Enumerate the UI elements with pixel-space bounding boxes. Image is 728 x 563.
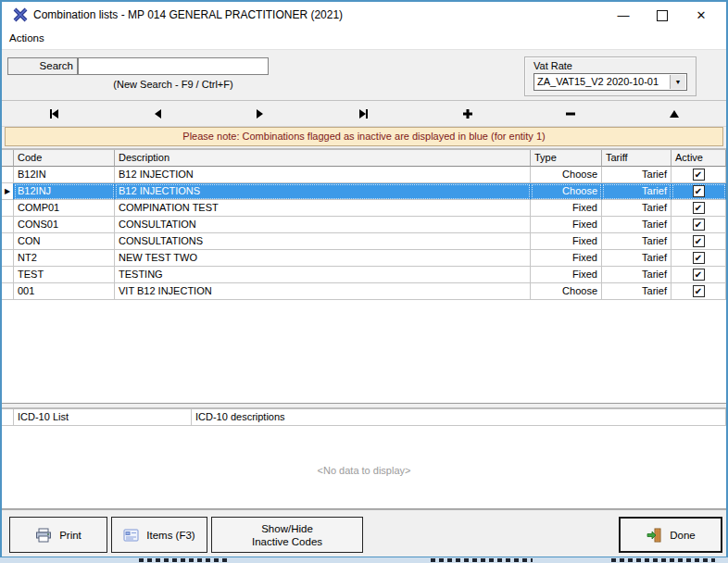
items-list-icon: [123, 529, 139, 542]
cell-active: ✔: [672, 167, 726, 183]
header-description[interactable]: Description: [115, 150, 531, 167]
cell-type: Choose: [531, 283, 602, 300]
active-checkbox[interactable]: ✔: [693, 252, 705, 264]
cell-tariff: Tarief: [602, 183, 672, 200]
active-checkbox[interactable]: ✔: [693, 202, 705, 214]
background-window-sliver: [0, 557, 728, 563]
background-text-fragment: [611, 558, 715, 562]
active-checkbox[interactable]: ✔: [693, 219, 705, 231]
active-checkbox[interactable]: ✔: [693, 235, 705, 247]
button-panel: Print Items (F3) Show/Hide Inactive Code…: [2, 509, 726, 557]
cell-code: B12IN: [14, 167, 115, 183]
table-row[interactable]: ▶B12INJB12 INJECTIONSChooseTarief✔: [2, 183, 726, 200]
exit-door-icon: [646, 528, 662, 543]
prior-icon: [151, 107, 164, 120]
icd-header: ICD-10 List ICD-10 descriptions: [2, 409, 726, 426]
maximize-icon: [657, 10, 668, 21]
header-code[interactable]: Code: [14, 150, 115, 167]
items-button[interactable]: Items (F3): [111, 517, 207, 553]
cell-description: VIT B12 INJECTION: [115, 283, 531, 300]
cell-type: Fixed: [531, 250, 602, 267]
grid-header: Code Description Type Tariff Active: [2, 150, 726, 167]
table-row[interactable]: TESTTESTINGFixedTarief✔: [2, 267, 726, 283]
active-checkbox[interactable]: ✔: [693, 269, 705, 281]
cell-type: Choose: [531, 167, 602, 183]
cell-code: 001: [14, 283, 115, 300]
cell-type: Fixed: [531, 233, 602, 250]
active-checkbox[interactable]: ✔: [693, 185, 705, 197]
next-icon: [254, 107, 267, 120]
insert-icon: [461, 107, 474, 120]
nav-first-button[interactable]: [2, 101, 106, 126]
minimize-button[interactable]: —: [604, 8, 643, 22]
search-hint: (New Search - F9 / Ctrl+F): [67, 79, 280, 90]
vat-rate-label: Vat Rate: [533, 60, 572, 71]
nav-prior-button[interactable]: [106, 101, 209, 126]
row-indicator: [2, 200, 14, 217]
table-row[interactable]: CONCONSULTATIONSFixedTarief✔: [2, 233, 726, 250]
record-navigator: [2, 100, 726, 127]
edit-icon: [668, 107, 681, 120]
active-checkbox[interactable]: ✔: [693, 285, 705, 297]
cell-description: COMPINATION TEST: [115, 200, 531, 217]
combinations-grid: Code Description Type Tariff Active B12I…: [2, 148, 726, 404]
cell-description: CONSULTATION: [115, 217, 531, 233]
icd-header-indicator: [2, 409, 14, 426]
cell-tariff: Tarief: [602, 200, 672, 217]
row-indicator: [2, 233, 14, 250]
icd-header-list[interactable]: ICD-10 List: [14, 409, 192, 426]
table-row[interactable]: 001VIT B12 INJECTIONChooseTarief✔: [2, 283, 726, 300]
row-indicator: [2, 167, 14, 183]
cell-code: TEST: [14, 267, 115, 283]
cell-type: Fixed: [531, 200, 602, 217]
cell-tariff: Tarief: [602, 267, 672, 283]
cell-code: CON: [14, 233, 115, 250]
toolbar: Search (New Search - F9 / Ctrl+F) Vat Ra…: [2, 50, 726, 100]
done-button[interactable]: Done: [619, 517, 722, 553]
search-label: Search: [7, 57, 78, 75]
background-text-fragment: [139, 558, 228, 562]
vat-rate-select[interactable]: ZA_VAT15_V2 2020-10-01 ▼: [533, 73, 687, 91]
cell-tariff: Tarief: [602, 167, 672, 183]
menu-bar: Actions: [2, 28, 726, 50]
close-button[interactable]: ✕: [682, 8, 721, 22]
nav-next-button[interactable]: [208, 101, 312, 126]
icd-header-descriptions[interactable]: ICD-10 descriptions: [192, 409, 726, 426]
cell-code: COMP01: [14, 200, 115, 217]
nav-last-button[interactable]: [312, 101, 416, 126]
inactive-notice: Please note: Combinations flagged as ina…: [5, 127, 723, 146]
cell-tariff: Tarief: [602, 233, 672, 250]
nav-insert-button[interactable]: [416, 101, 520, 126]
nav-delete-button[interactable]: [520, 101, 623, 126]
cell-description: B12 INJECTION: [115, 167, 531, 183]
active-checkbox[interactable]: ✔: [693, 169, 705, 181]
cell-type: Choose: [531, 183, 602, 200]
table-row[interactable]: COMP01COMPINATION TESTFixedTarief✔: [2, 200, 726, 217]
cell-type: Fixed: [531, 267, 602, 283]
cell-tariff: Tarief: [602, 283, 672, 300]
table-row[interactable]: CONS01CONSULTATIONFixedTarief✔: [2, 217, 726, 233]
cell-tariff: Tarief: [602, 217, 672, 233]
maximize-button[interactable]: [643, 8, 682, 22]
cell-code: NT2: [14, 250, 115, 267]
table-row[interactable]: NT2NEW TEST TWOFixedTarief✔: [2, 250, 726, 267]
cell-active: ✔: [672, 217, 726, 233]
cell-tariff: Tarief: [602, 250, 672, 267]
header-active[interactable]: Active: [672, 150, 726, 167]
printer-icon: [35, 528, 52, 543]
print-label: Print: [59, 530, 82, 541]
print-button[interactable]: Print: [9, 517, 107, 553]
header-type[interactable]: Type: [531, 150, 602, 167]
chevron-down-icon[interactable]: ▼: [670, 75, 685, 89]
menu-actions[interactable]: Actions: [2, 28, 52, 48]
cell-description: NEW TEST TWO: [115, 250, 531, 267]
row-indicator: [2, 267, 14, 283]
first-icon: [47, 107, 60, 120]
cell-active: ✔: [672, 250, 726, 267]
grid-body: B12INB12 INJECTIONChooseTarief✔▶B12INJB1…: [2, 167, 726, 300]
showhide-inactive-button[interactable]: Show/Hide Inactive Codes: [211, 517, 363, 553]
search-input[interactable]: [78, 57, 269, 75]
header-tariff[interactable]: Tariff: [602, 150, 672, 167]
table-row[interactable]: B12INB12 INJECTIONChooseTarief✔: [2, 167, 726, 183]
nav-edit-button[interactable]: [622, 101, 726, 126]
